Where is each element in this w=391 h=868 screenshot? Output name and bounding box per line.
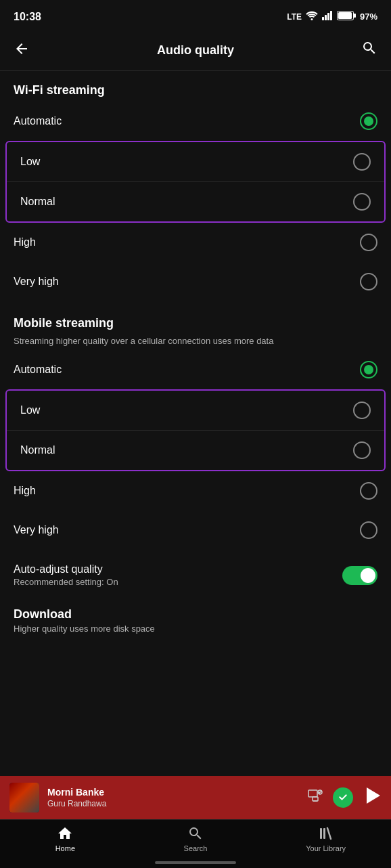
now-playing-info: Morni Banke Guru Randhawa (47, 787, 299, 808)
download-label: Download (14, 607, 377, 622)
mobile-high-label: High (14, 485, 36, 497)
svg-marker-11 (367, 787, 380, 804)
mobile-low-label: Low (20, 404, 40, 416)
wifi-veryhigh-option[interactable]: Very high (0, 262, 391, 301)
svg-rect-8 (308, 790, 317, 797)
mobile-highlight-box: Low Normal (5, 389, 386, 471)
search-nav-icon (187, 825, 204, 842)
download-section-partial: Download Higher quality uses more disk s… (0, 598, 391, 638)
auto-adjust-sublabel: Recommended setting: On (14, 577, 118, 587)
back-button[interactable] (14, 41, 30, 60)
wifi-low-radio[interactable] (353, 153, 371, 171)
wifi-automatic-radio[interactable] (360, 112, 377, 130)
wifi-normal-radio[interactable] (353, 193, 371, 211)
page-title: Audio quality (157, 43, 234, 58)
play-button[interactable] (363, 786, 382, 809)
svg-rect-13 (323, 828, 325, 839)
download-sublabel: Higher quality uses more disk space (14, 622, 377, 634)
liked-icon[interactable] (333, 787, 353, 808)
svg-rect-1 (322, 17, 324, 20)
svg-rect-2 (325, 15, 327, 20)
wifi-automatic-radio-inner (364, 116, 373, 126)
mobile-veryhigh-option[interactable]: Very high (0, 511, 391, 550)
svg-rect-9 (313, 797, 318, 801)
svg-rect-4 (330, 11, 332, 20)
wifi-high-radio[interactable] (360, 234, 377, 251)
mobile-automatic-option[interactable]: Automatic (0, 350, 391, 389)
mobile-automatic-label: Automatic (14, 364, 62, 376)
wifi-veryhigh-label: Very high (14, 276, 59, 288)
mobile-high-option[interactable]: High (0, 471, 391, 511)
toggle-track (342, 566, 377, 585)
toggle-thumb (361, 568, 375, 583)
wifi-highlight-box: Low Normal (5, 141, 386, 223)
library-nav-label: Your Library (306, 844, 346, 852)
album-art (9, 783, 39, 812)
mobile-high-radio[interactable] (360, 482, 377, 500)
now-playing-artist: Guru Randhawa (47, 799, 299, 808)
signal-bars-icon (322, 11, 333, 22)
svg-rect-3 (327, 13, 329, 20)
wifi-high-label: High (14, 236, 36, 248)
wifi-normal-option[interactable]: Normal (7, 182, 384, 221)
home-indicator (155, 861, 236, 864)
mobile-automatic-radio[interactable] (360, 361, 377, 378)
album-art-image (9, 783, 39, 812)
search-nav-label: Search (184, 844, 208, 852)
mobile-automatic-radio-inner (364, 365, 373, 374)
nav-home[interactable]: Home (0, 825, 131, 852)
mobile-normal-label: Normal (20, 444, 55, 456)
wifi-automatic-label: Automatic (14, 115, 62, 127)
search-button[interactable] (361, 40, 377, 60)
mobile-normal-option[interactable]: Normal (7, 431, 384, 470)
library-icon (318, 825, 334, 842)
home-icon (57, 825, 73, 842)
auto-adjust-option[interactable]: Auto-adjust quality Recommended setting:… (0, 552, 391, 598)
wifi-signal-icon (306, 11, 318, 22)
mobile-low-radio[interactable] (353, 402, 371, 419)
wifi-low-label: Low (20, 156, 40, 168)
svg-rect-6 (354, 14, 356, 18)
status-icons: LTE 97% (287, 11, 377, 22)
battery-icon (337, 11, 356, 22)
now-playing-controls (307, 786, 382, 809)
now-playing-title: Morni Banke (47, 787, 299, 798)
mobile-low-option[interactable]: Low (7, 391, 384, 430)
svg-point-0 (310, 18, 313, 20)
mobile-section: Mobile streaming Streaming higher qualit… (0, 304, 391, 552)
wifi-section: Wi-Fi streaming Automatic Low Normal Hig… (0, 71, 391, 304)
device-connect-icon[interactable] (307, 788, 323, 808)
nav-search[interactable]: Search (131, 825, 261, 852)
wifi-veryhigh-radio[interactable] (360, 273, 377, 290)
wifi-low-option[interactable]: Low (7, 142, 384, 181)
mobile-normal-radio[interactable] (353, 441, 371, 459)
wifi-high-option[interactable]: High (0, 223, 391, 262)
svg-rect-12 (320, 828, 322, 839)
status-bar: 10:38 LTE 97% (0, 0, 391, 30)
mobile-section-sublabel: Streaming higher quality over a cellular… (0, 334, 391, 350)
wifi-section-label: Wi-Fi streaming (0, 71, 391, 102)
auto-adjust-toggle[interactable] (342, 566, 377, 585)
home-nav-label: Home (55, 844, 75, 852)
svg-rect-7 (338, 12, 352, 19)
now-playing-bar[interactable]: Morni Banke Guru Randhawa (0, 776, 391, 819)
lte-icon: LTE (287, 12, 302, 22)
auto-adjust-row: Auto-adjust quality Recommended setting:… (0, 552, 391, 598)
mobile-section-label: Mobile streaming (0, 304, 391, 334)
mobile-veryhigh-radio[interactable] (360, 521, 377, 539)
nav-library[interactable]: Your Library (260, 825, 391, 852)
wifi-normal-label: Normal (20, 196, 55, 208)
wifi-automatic-option[interactable]: Automatic (0, 102, 391, 141)
auto-adjust-label: Auto-adjust quality (14, 563, 118, 576)
battery-percent: 97% (360, 12, 377, 22)
status-time: 10:38 (14, 11, 41, 23)
top-nav: Audio quality (0, 30, 391, 70)
mobile-veryhigh-label: Very high (14, 524, 59, 536)
